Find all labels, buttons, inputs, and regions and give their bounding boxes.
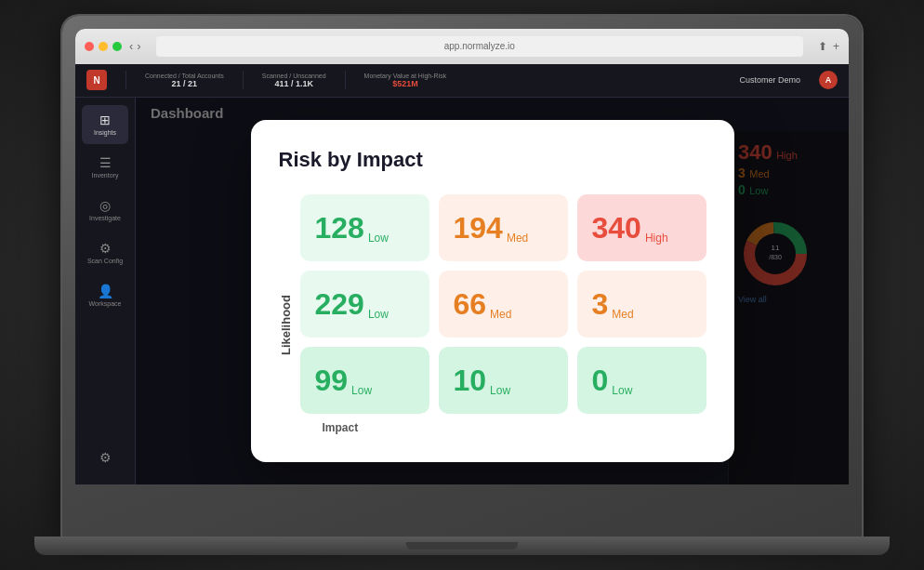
app-logo: N — [86, 70, 107, 90]
y-axis-label: Likelihood — [279, 194, 293, 434]
sidebar-label-workspace: Workspace — [89, 300, 122, 307]
risk-sublabel-1-1: Med — [490, 308, 511, 321]
workspace-icon: 👤 — [98, 284, 113, 298]
app-content: N Connected / Total Accounts 21 / 21 Sca… — [75, 64, 849, 484]
connected-label: Connected / Total Accounts — [145, 73, 224, 79]
minimize-button-mac[interactable] — [99, 42, 108, 51]
risk-cell-1-0[interactable]: 229 Low — [300, 271, 429, 338]
scanned-stat: Scanned / Unscanned 411 / 1.1K — [262, 73, 326, 88]
sidebar-item-workspace[interactable]: 👤 Workspace — [82, 276, 128, 315]
scan-config-icon: ⚙ — [99, 241, 112, 256]
risk-sublabel-2-0: Low — [351, 384, 372, 397]
risk-number-0-1: 194 — [454, 213, 503, 243]
browser-icons: ⬆ + — [818, 40, 839, 53]
risk-cell-2-0[interactable]: 99 Low — [300, 347, 429, 414]
customer-name: Customer Demo — [739, 75, 800, 85]
user-avatar[interactable]: A — [819, 71, 838, 89]
traffic-lights — [85, 42, 122, 51]
modal-overlay[interactable]: Risk by Impact Likelihood — [136, 98, 849, 484]
insights-icon: ⊞ — [99, 113, 111, 127]
sidebar-item-inventory[interactable]: ☰ Inventory — [82, 148, 128, 187]
app-header: N Connected / Total Accounts 21 / 21 Sca… — [75, 64, 849, 98]
risk-sublabel-0-0: Low — [368, 232, 389, 245]
inventory-icon: ☰ — [99, 155, 112, 170]
risk-cell-0-1[interactable]: 194 Med — [439, 194, 568, 261]
risk-sublabel-0-2: High — [645, 232, 668, 245]
risk-by-impact-modal: Risk by Impact Likelihood — [251, 120, 734, 462]
grid-and-x-axis: 128 Low 194 Med — [300, 194, 706, 434]
app-body: ⊞ Insights ☰ Inventory ◎ Investigate — [75, 98, 849, 484]
risk-number-2-0: 99 — [315, 365, 349, 395]
settings-icon: ⚙ — [99, 450, 112, 465]
risk-sublabel-2-2: Low — [612, 384, 632, 397]
sidebar-item-investigate[interactable]: ◎ Investigate — [82, 191, 128, 230]
modal-body: Likelihood 128 Low — [279, 194, 706, 434]
sidebar-item-insights[interactable]: ⊞ Insights — [82, 105, 128, 144]
risk-number-0-2: 340 — [592, 213, 641, 243]
url-text: app.normalyze.io — [444, 41, 515, 51]
sidebar: ⊞ Insights ☰ Inventory ◎ Investigate — [75, 98, 136, 484]
connected-value: 21 / 21 — [172, 79, 198, 88]
risk-number-2-1: 10 — [454, 365, 487, 395]
risk-cell-2-2[interactable]: 0 Low — [577, 347, 706, 414]
back-icon[interactable]: ‹ — [129, 39, 133, 53]
sidebar-item-scan-config[interactable]: ⚙ Scan Config — [82, 233, 128, 272]
add-tab-icon[interactable]: + — [833, 40, 839, 53]
close-button-mac[interactable] — [85, 42, 94, 51]
risk-cell-0-0[interactable]: 128 Low — [300, 194, 429, 261]
share-icon: ⬆ — [818, 40, 827, 53]
laptop-base — [34, 537, 890, 555]
laptop-shell: ‹ › app.normalyze.io ⬆ + — [62, 16, 862, 537]
browser-nav: ‹ › — [129, 39, 141, 53]
risk-sublabel-1-0: Low — [368, 308, 389, 321]
risk-number-1-0: 229 — [315, 289, 364, 319]
x-axis-label: Impact — [300, 421, 706, 434]
risk-number-1-1: 66 — [454, 289, 487, 319]
monetary-stat: Monetary Value at High-Risk $521M — [364, 73, 447, 88]
risk-cell-0-2[interactable]: 340 High — [577, 194, 706, 261]
risk-sublabel-2-1: Low — [490, 384, 510, 397]
fullscreen-button-mac[interactable] — [112, 42, 122, 51]
risk-grid: 128 Low 194 Med — [300, 194, 706, 414]
sidebar-item-settings[interactable]: ⚙ — [82, 438, 128, 477]
screen-bezel: ‹ › app.normalyze.io ⬆ + — [75, 29, 849, 484]
monetary-value: $521M — [392, 79, 418, 88]
risk-sublabel-0-1: Med — [507, 232, 528, 245]
scanned-value: 411 / 1.1K — [274, 79, 313, 88]
logo-text: N — [93, 75, 99, 86]
scanned-label: Scanned / Unscanned — [262, 73, 326, 79]
risk-number-2-2: 0 — [592, 365, 609, 395]
sidebar-bottom: ⚙ — [82, 438, 128, 477]
address-bar[interactable]: app.normalyze.io — [156, 36, 803, 57]
main-content: Dashboard 340 High 3 Med — [136, 98, 849, 484]
connected-stat: Connected / Total Accounts 21 / 21 — [145, 73, 224, 88]
sidebar-label-inventory: Inventory — [92, 172, 119, 179]
sidebar-label-investigate: Investigate — [89, 215, 121, 221]
risk-number-1-2: 3 — [592, 289, 609, 319]
investigate-icon: ◎ — [99, 198, 111, 213]
risk-cell-1-2[interactable]: 3 Med — [577, 271, 706, 338]
modal-title: Risk by Impact — [279, 148, 706, 172]
divider-3 — [345, 71, 346, 89]
risk-number-0-0: 128 — [315, 213, 364, 243]
risk-sublabel-1-2: Med — [612, 308, 633, 321]
browser-chrome: ‹ › app.normalyze.io ⬆ + — [75, 29, 849, 64]
risk-cell-2-1[interactable]: 10 Low — [439, 347, 568, 414]
forward-icon[interactable]: › — [137, 39, 140, 53]
monetary-label: Monetary Value at High-Risk — [364, 73, 447, 79]
risk-cell-1-1[interactable]: 66 Med — [439, 271, 568, 338]
sidebar-label-scan-config: Scan Config — [87, 258, 123, 264]
divider-1 — [125, 71, 126, 89]
sidebar-label-insights: Insights — [94, 129, 116, 136]
divider-2 — [243, 71, 244, 89]
